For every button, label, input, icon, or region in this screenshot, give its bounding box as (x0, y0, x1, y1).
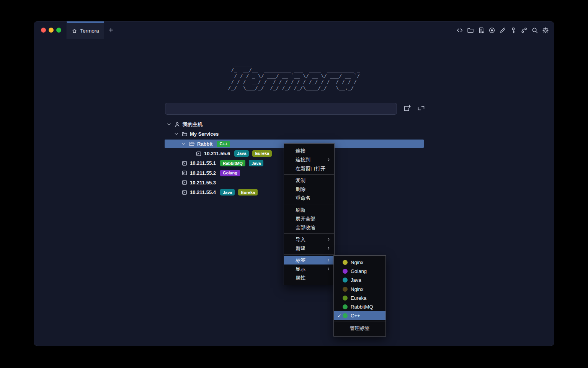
tab-termora[interactable]: Termora (67, 21, 104, 39)
menu-item-label: 展开全部 (296, 215, 315, 222)
tags-submenu: NginxGolangJavaNginxEurekaRabbitMQ✓C++管理… (333, 255, 386, 337)
keychain-button[interactable] (521, 27, 528, 34)
search-row (165, 102, 429, 115)
edit-button[interactable] (499, 27, 506, 34)
terminal-icon (196, 151, 202, 157)
settings-button[interactable] (542, 27, 549, 34)
folders-button[interactable] (467, 27, 474, 34)
code-icon (456, 27, 463, 34)
submenu-arrow-icon (327, 158, 331, 162)
tree-node-label: 10.211.55.6 (204, 151, 230, 156)
search-button[interactable] (531, 27, 538, 34)
terminal-icon (181, 189, 188, 196)
home-icon (72, 28, 77, 34)
menu-separator (284, 233, 334, 234)
tag-badge-golang: Golang (220, 170, 240, 176)
zoom-window-button[interactable] (56, 28, 61, 33)
menu-item-label: 显示 (296, 266, 305, 273)
tag-color-dot (343, 287, 348, 292)
menu-item-重命名[interactable]: 重命名 (284, 194, 334, 202)
tag-menu-item-nginx[interactable]: Nginx (334, 285, 385, 294)
tag-menu-item-c[interactable]: ✓C++ (334, 311, 385, 320)
tree-row-my-services[interactable]: My Services (34, 129, 554, 139)
menu-item-标签[interactable]: 标签 (284, 256, 334, 264)
tag-menu-item-nginx[interactable]: Nginx (334, 258, 385, 267)
traffic-lights (34, 21, 67, 39)
menu-item-导入[interactable]: 导入 (284, 235, 334, 244)
tree-node-label: My Services (190, 131, 219, 137)
menu-item-连接[interactable]: 连接 (284, 146, 334, 155)
key-button[interactable] (510, 27, 517, 34)
menu-item-连接到[interactable]: 连接到 (284, 155, 334, 164)
ascii-logo: ______ /_ __/__ _________ ___ ____ _____… (228, 61, 360, 91)
menu-item-label: 删除 (296, 186, 305, 193)
menu-item-复制[interactable]: 复制 (284, 176, 334, 185)
tree-node-label: Rabbit (197, 141, 212, 147)
tree-node-label: 10.211.55.2 (190, 170, 216, 176)
tag-color-dot (343, 269, 348, 274)
tag-color-dot (343, 296, 348, 301)
logs-icon (478, 27, 485, 34)
submenu-arrow-icon (327, 237, 331, 242)
menu-separator (284, 174, 334, 175)
keychain-icon (521, 27, 528, 34)
menu-item-label: 新建 (296, 245, 305, 252)
menu-item-label: 重命名 (296, 195, 310, 202)
menu-separator (334, 322, 385, 322)
menu-item-label: 标签 (296, 257, 305, 264)
menu-item-显示[interactable]: 显示 (284, 264, 334, 273)
tag-badge-java: Java (234, 150, 249, 157)
app-window: Termora ______ /_ __/__ _________ ___ __… (34, 21, 554, 346)
tag-badge-rabbitmq: RabbitMQ (220, 160, 245, 166)
tag-menu-item-label: Java (351, 277, 361, 283)
record-button[interactable] (488, 27, 495, 34)
tag-menu-item-golang[interactable]: Golang (334, 267, 385, 276)
manage-tags-item[interactable]: 管理标签 (334, 323, 385, 334)
context-menu: 连接连接到在新窗口打开复制删除重命名刷新展开全部全部收缩导入新建标签显示属性 (284, 143, 335, 285)
minimize-window-button[interactable] (49, 28, 54, 33)
close-window-button[interactable] (41, 28, 46, 33)
tree-row--[interactable]: 我的主机 (34, 120, 554, 129)
menu-item-全部收缩[interactable]: 全部收缩 (284, 223, 334, 232)
layout-toggle-button[interactable] (417, 104, 425, 113)
menu-item-新建[interactable]: 新建 (284, 244, 334, 253)
tag-badge-java: Java (220, 189, 235, 196)
submenu-arrow-icon (327, 258, 331, 262)
terminal-icon (181, 170, 188, 176)
titlebar-actions (456, 21, 554, 39)
tag-badge-c: C++ (217, 141, 230, 147)
new-tab-button[interactable] (104, 21, 117, 39)
menu-item-刷新[interactable]: 刷新 (284, 205, 334, 214)
key-icon (510, 27, 517, 34)
tag-menu-item-label: RabbitMQ (351, 304, 373, 310)
titlebar: Termora (34, 21, 554, 39)
tree-node-label: 我的主机 (183, 121, 203, 128)
folder-open-icon (181, 131, 188, 137)
logs-button[interactable] (478, 27, 485, 34)
menu-item-属性[interactable]: 属性 (284, 273, 334, 282)
tag-menu-item-eureka[interactable]: Eureka (334, 294, 385, 302)
menu-separator (284, 254, 334, 255)
search-input[interactable] (165, 103, 397, 115)
tag-menu-item-java[interactable]: Java (334, 276, 385, 284)
terminal-icon (181, 179, 188, 186)
check-icon: ✓ (336, 313, 343, 319)
menu-item-label: 在新窗口打开 (296, 165, 325, 172)
tree-node-label: 10.211.55.1 (190, 160, 216, 166)
menu-item-label: 连接到 (296, 156, 310, 163)
edit-icon (499, 27, 506, 34)
add-host-button[interactable] (403, 104, 411, 113)
menu-item-label: 全部收缩 (296, 224, 315, 231)
chevron-down-icon (181, 141, 186, 146)
menu-item-label: 属性 (296, 274, 305, 281)
menu-item-label: 复制 (296, 177, 305, 184)
menu-separator (284, 204, 334, 204)
tree-node-label: 10.211.55.4 (190, 189, 216, 195)
menu-item-在新窗口打开[interactable]: 在新窗口打开 (284, 164, 334, 173)
settings-icon (542, 27, 549, 34)
tag-menu-item-rabbitmq[interactable]: RabbitMQ (334, 302, 385, 311)
menu-item-展开全部[interactable]: 展开全部 (284, 214, 334, 223)
code-button[interactable] (456, 27, 463, 34)
tree-node-label: 10.211.55.3 (190, 180, 216, 186)
menu-item-删除[interactable]: 删除 (284, 185, 334, 194)
